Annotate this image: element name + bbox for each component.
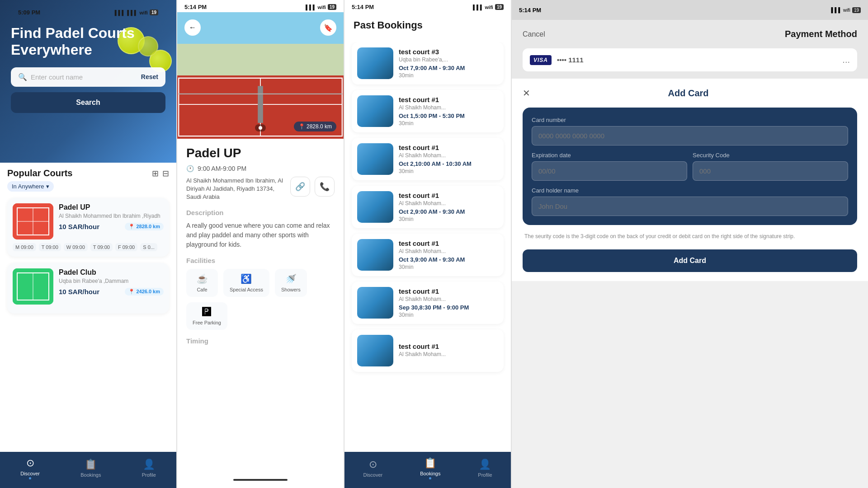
nav-profile-label-3: Profile (478, 472, 492, 478)
chevron-down-icon: ▾ (46, 183, 49, 190)
status-bar-2: 5:14 PM ▌▌▌ wifi 19 (177, 0, 344, 12)
facilities-list: ☕ Cafe ♿ Special Access 🚿 Showers 🅿 Free… (186, 269, 335, 330)
booking-image (357, 239, 393, 271)
booking-datetime: Sep 30,8:30 PM - 9:00 PM (399, 304, 498, 311)
image-toggle[interactable] (255, 124, 266, 131)
booking-court-name: test court #1 (399, 144, 498, 151)
booking-location: Al Shaikh Moham... (399, 152, 498, 159)
venue-content: Padel UP 🕐 9:00 AM-9:00 PM Al Shaikh Moh… (177, 139, 344, 478)
nav-discover-3[interactable]: ⊙ Discover (363, 459, 382, 478)
search-box[interactable]: 🔍 Enter court name Reset (11, 67, 165, 87)
back-button[interactable]: ← (184, 19, 201, 36)
status-time-3: 5:14 PM (352, 4, 374, 10)
card-number-input[interactable] (532, 126, 848, 145)
expiry-label: Expiration date (532, 152, 687, 159)
booking-image (357, 143, 393, 175)
card-number-label: Card number (532, 117, 848, 123)
status-icons-2: ▌▌▌ wifi 19 (306, 4, 336, 10)
nav-bookings-3[interactable]: 📋 Bookings (420, 457, 440, 479)
booking-court-name: test court #1 (399, 239, 498, 247)
facility-cafe: ☕ Cafe (186, 269, 218, 297)
past-bookings-title: Past Bookings (354, 19, 502, 31)
card-form: Card number Expiration date Security Cod… (523, 108, 857, 225)
profile-icon: 👤 (143, 459, 155, 470)
bookings-header: Past Bookings (344, 12, 511, 42)
booking-card[interactable]: test court #1 Al Shaikh Moham... Oct 1,5… (352, 90, 504, 132)
description-title: Description (186, 209, 335, 216)
save-button[interactable]: 🔖 (320, 19, 336, 36)
status-icons-1: ▌▌▌ ▌▌▌ wifi 19 (115, 9, 158, 15)
booking-datetime: Oct 2,9:00 AM - 9:30 AM (399, 208, 498, 215)
bottom-nav-1: ⊙ Discover 📋 Bookings 👤 Profile (0, 452, 176, 488)
booking-datetime: Oct 7,9:00 AM - 9:30 AM (399, 65, 498, 71)
booking-location: Al Shaikh Moham... (399, 104, 498, 111)
booking-image (357, 287, 393, 319)
hero-title: Find Padel Courts Everywhere (11, 25, 165, 58)
timing-title: Timing (186, 337, 335, 345)
visa-more-button[interactable]: ... (842, 55, 850, 65)
court-times-1: M 09:00 T 09:00 W 09:00 T 09:00 F 09:00 … (13, 243, 164, 251)
cancel-button[interactable]: Cancel (523, 30, 545, 38)
visa-logo: VISA (530, 55, 552, 65)
booking-duration: 30min (399, 312, 498, 318)
security-field: Security Code (693, 152, 848, 187)
add-card-button[interactable]: Add Card (523, 249, 857, 272)
venue-actions: 🔗 📞 (290, 177, 335, 197)
nav-discover-label: Discover (20, 471, 40, 476)
status-bar-3: 5:14 PM ▌▌▌ wifi 19 (344, 0, 511, 12)
discover-icon: ⊙ (26, 457, 34, 469)
call-button[interactable]: 📞 (315, 177, 335, 197)
security-label: Security Code (693, 152, 848, 159)
bottom-nav-3: ⊙ Discover 📋 Bookings 👤 Profile (344, 452, 511, 488)
parking-icon: 🅿 (202, 307, 211, 317)
court-distance-2: 📍 2426.0 km (125, 288, 164, 296)
nav-bookings[interactable]: 📋 Bookings (80, 459, 101, 478)
visa-number: •••• 1111 (557, 56, 837, 64)
venue-address: Al Shaikh Mohammed Ibn Ibrahim, Al Diriy… (186, 177, 290, 202)
search-button[interactable]: Search (11, 92, 165, 113)
booking-datetime: Oct 1,5:00 PM - 5:30 PM (399, 113, 498, 119)
payment-method-section: Cancel Payment Method VISA •••• 1111 ... (512, 20, 868, 79)
nav-profile[interactable]: 👤 Profile (142, 459, 156, 478)
facility-parking: 🅿 Free Parking (186, 302, 227, 330)
booking-duration: 30min (399, 216, 498, 222)
directions-button[interactable]: 🔗 (290, 177, 310, 197)
bookings-list: test court #3 Uqba bin Rabee'a,... Oct 7… (344, 42, 511, 444)
booking-court-name: test court #1 (399, 192, 498, 199)
booking-location: Al Shaikh Moham... (399, 296, 498, 302)
booking-card[interactable]: test court #1 Al Shaikh Moham... Oct 2,9… (352, 186, 504, 228)
reset-button[interactable]: Reset (141, 73, 158, 80)
location-badge[interactable]: In Anywhere ▾ (7, 181, 54, 192)
nav-discover[interactable]: ⊙ Discover (20, 457, 40, 479)
nav-profile-3[interactable]: 👤 Profile (478, 459, 492, 478)
special-access-icon: ♿ (241, 273, 252, 284)
expiry-input[interactable] (532, 161, 687, 181)
filter-icon[interactable]: ⊟ (162, 169, 169, 178)
security-code-input[interactable] (693, 161, 848, 181)
booking-card[interactable]: test court #1 Al Shaikh Moham... Oct 2,1… (352, 138, 504, 180)
clock-icon: 🕐 (186, 165, 194, 172)
svg-rect-8 (177, 44, 344, 75)
booking-card[interactable]: test court #1 Al Shaikh Moham... (352, 329, 504, 372)
booking-card[interactable]: test court #3 Uqba bin Rabee'a,... Oct 7… (352, 42, 504, 84)
cafe-icon: ☕ (197, 273, 208, 284)
nav-profile-label: Profile (142, 472, 156, 478)
booking-datetime: Oct 2,10:00 AM - 10:30 AM (399, 160, 498, 167)
court-price-2: 10 SAR/hour (59, 288, 99, 296)
booking-duration: 30min (399, 264, 498, 270)
booking-card[interactable]: test court #1 Al Shaikh Moham... Sep 30,… (352, 282, 504, 324)
holder-name-input[interactable] (532, 197, 848, 216)
payment-header-row: Cancel Payment Method (523, 29, 857, 39)
security-note: The seurity code is the 3-digit code on … (523, 232, 857, 240)
hero-section: 5:09 PM ▌▌▌ ▌▌▌ wifi 19 Find Padel Court… (0, 0, 176, 163)
nav-discover-label-3: Discover (363, 472, 382, 478)
booking-card[interactable]: test court #1 Al Shaikh Moham... Oct 3,9… (352, 234, 504, 276)
sort-icon[interactable]: ⊞ (152, 169, 159, 178)
court-card[interactable]: Padel Club Uqba bin Rabee'a ,Dammam 10 S… (7, 263, 169, 314)
nav-bookings-label-3: Bookings (420, 471, 440, 476)
venue-hours: 9:00 AM-9:00 PM (198, 165, 246, 172)
profile-icon-3: 👤 (479, 459, 491, 470)
close-button[interactable]: ✕ (523, 88, 530, 99)
home-indicator (233, 479, 288, 481)
court-card[interactable]: Padel UP Al Shaikh Mohammed Ibn Ibrahim … (7, 198, 169, 257)
